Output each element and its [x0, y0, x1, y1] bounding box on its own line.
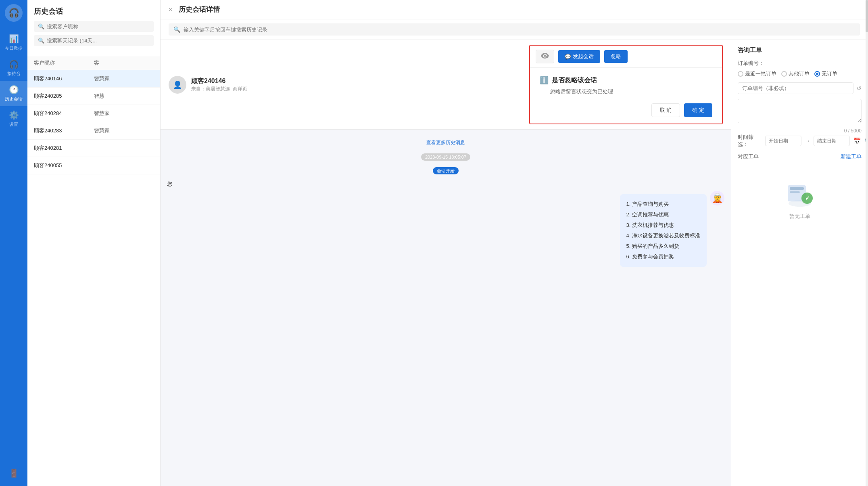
customer-row[interactable]: 顾客240283 智慧家 — [27, 122, 160, 140]
radio-other-order[interactable]: 其他订单 — [781, 70, 810, 78]
logo-icon: 🎧 — [8, 8, 19, 18]
detail-search-input[interactable] — [184, 27, 855, 33]
customer-detail-from: 来自：美居智慧选–商详页 — [191, 86, 524, 92]
sidebar: 🎧 📊 今日数据 🎧 接待台 🕐 历史会话 ⚙️ 设置 🚪 — [0, 0, 27, 486]
suggestion-item[interactable]: 3. 洗衣机推荐与优惠 — [626, 220, 700, 230]
sidebar-item-logout[interactable]: 🚪 — [9, 464, 19, 482]
more-history-link[interactable]: 查看更多历史消息 — [167, 136, 724, 149]
scrollbar-track[interactable] — [866, 40, 868, 486]
customer-info-bar: 👤 顾客240146 来自：美居智慧选–商详页 — [161, 40, 731, 130]
empty-label: 暂无工单 — [789, 213, 810, 220]
settings-icon: ⚙️ — [9, 110, 19, 120]
search-icon: 🔍 — [173, 26, 180, 33]
customer-name: 顾客240055 — [34, 162, 94, 169]
empty-state: ✓ 暂无工单 — [738, 165, 862, 236]
sidebar-item-label: 接待台 — [7, 71, 21, 77]
new-workorder-button[interactable]: 新建工单 — [841, 153, 862, 160]
radio-dot — [738, 71, 743, 77]
customer-shop: 智慧家 — [94, 75, 154, 82]
bot-message-row: 1. 产品查询与购买 2. 空调推荐与优惠 3. 洗衣机推荐与优惠 4. 净水设… — [167, 191, 724, 270]
suggestion-item[interactable]: 4. 净水设备更换滤芯及收费标准 — [626, 230, 700, 241]
today-icon: 📊 — [9, 34, 19, 44]
sidebar-item-history[interactable]: 🕐 历史会话 — [0, 81, 27, 106]
customer-row[interactable]: 顾客240281 — [27, 140, 160, 157]
avatar: 👤 — [169, 76, 186, 94]
customer-row[interactable]: 顾客240285 智慧 — [27, 88, 160, 105]
confirm-description: 忽略后留言状态变为已处理 — [550, 88, 712, 95]
radio-no-order[interactable]: 无订单 — [814, 70, 837, 78]
app-logo: 🎧 — [5, 4, 23, 22]
close-button[interactable]: × — [169, 6, 172, 13]
svg-rect-3 — [790, 187, 804, 190]
confirm-dialog: ℹ️ 是否忽略该会话 忽略后留言状态变为已处理 取 消 确 定 — [530, 68, 722, 124]
info-icon: ℹ️ — [540, 76, 549, 85]
customer-name: 顾客240146 — [34, 75, 94, 82]
textarea-row — [738, 99, 862, 123]
arrow-icon: → — [805, 138, 810, 144]
search-customer-input[interactable] — [47, 23, 150, 29]
customer-row[interactable]: 顾客240146 智慧家 — [27, 70, 160, 88]
date-badge: 2023-09-15 18:05:07 — [167, 153, 724, 160]
sidebar-item-settings[interactable]: ⚙️ 设置 — [0, 106, 27, 132]
confirm-button[interactable]: 确 定 — [684, 103, 712, 117]
sidebar-item-label: 今日数据 — [5, 45, 23, 51]
suggestion-item[interactable]: 2. 空调推荐与优惠 — [626, 209, 700, 220]
customer-name: 顾客240283 — [34, 127, 94, 134]
svg-rect-4 — [790, 191, 800, 193]
message-row: 您 — [167, 180, 724, 188]
right-panel-title: 咨询工单 — [738, 46, 862, 54]
search-customer-box[interactable]: 🔍 — [34, 21, 154, 32]
search-chat-icon: 🔍 — [38, 38, 44, 44]
radio-dot-selected — [814, 71, 820, 77]
svg-text:✓: ✓ — [805, 195, 810, 201]
suggestion-box: 1. 产品查询与购买 2. 空调推荐与优惠 3. 洗衣机推荐与优惠 4. 净水设… — [620, 194, 707, 267]
customer-detail-name: 顾客240146 — [191, 77, 524, 86]
message-text: 您 — [167, 181, 172, 187]
chat-area: 👤 顾客240146 来自：美居智慧选–商详页 — [161, 40, 868, 486]
search-chat-input[interactable] — [47, 38, 150, 44]
sidebar-item-today[interactable]: 📊 今日数据 — [0, 30, 27, 55]
search-chat-box[interactable]: 🔍 — [34, 35, 154, 46]
customer-name: 顾客240284 — [34, 110, 94, 117]
suggestion-item[interactable]: 5. 购买的产品多久到货 — [626, 241, 700, 251]
workorder-row: 对应工单 新建工单 — [738, 153, 862, 160]
modal-container: 💬 发起会话 忽略 ℹ️ 是否忽略该会话 — [529, 45, 723, 124]
calendar-button[interactable]: 📅 — [853, 137, 861, 145]
customer-row[interactable]: 顾客240284 智慧家 — [27, 105, 160, 122]
end-date-input[interactable] — [814, 136, 850, 146]
radio-last-order[interactable]: 最近一笔订单 — [738, 70, 776, 78]
radio-group: 最近一笔订单 其他订单 无订单 — [738, 70, 837, 78]
order-number-row: 订单编号： 最近一笔订单 其他订单 无订单 — [738, 60, 862, 78]
refresh-button[interactable]: ↺ — [857, 85, 862, 92]
detail-panel: × 历史会话详情 🔍 👤 顾客240146 来自：美居智慧选–商详页 — [161, 0, 868, 486]
session-badge: 会话开始 — [167, 167, 724, 174]
order-number-input[interactable] — [738, 82, 853, 94]
sidebar-item-label: 历史会话 — [5, 96, 23, 102]
detail-header: × 历史会话详情 — [161, 0, 868, 19]
start-chat-button[interactable]: 💬 发起会话 — [558, 50, 600, 63]
customer-row[interactable]: 顾客240055 — [27, 157, 160, 174]
note-textarea[interactable] — [738, 99, 862, 123]
order-input-row: ↺ — [738, 82, 862, 94]
customer-detail-info: 顾客240146 来自：美居智慧选–商详页 — [191, 77, 524, 92]
eye-button[interactable] — [536, 50, 554, 63]
cancel-button[interactable]: 取 消 — [651, 103, 680, 117]
left-panel: 历史会话 🔍 🔍 客户昵称 客 顾客240146 智慧家 顾客240285 智慧… — [27, 0, 161, 486]
detail-search-inner[interactable]: 🔍 — [169, 23, 860, 36]
start-date-input[interactable] — [765, 136, 801, 146]
table-header: 客户昵称 客 — [27, 56, 160, 70]
sidebar-item-reception[interactable]: 🎧 接待台 — [0, 55, 27, 81]
order-label: 订单编号： — [738, 60, 764, 67]
suggestion-item[interactable]: 6. 免费参与会员抽奖 — [626, 251, 700, 262]
main-content: × 历史会话详情 🔍 👤 顾客240146 来自：美居智慧选–商详页 — [161, 0, 868, 486]
search-icon: 🔍 — [38, 23, 44, 29]
bot-avatar: 🧝 — [710, 191, 724, 205]
ignore-button[interactable]: 忽略 — [604, 50, 628, 63]
reception-icon: 🎧 — [9, 59, 19, 69]
customer-name: 顾客240285 — [34, 92, 94, 100]
sidebar-item-label: 设置 — [9, 122, 18, 128]
suggestion-item[interactable]: 1. 产品查询与购买 — [626, 199, 700, 209]
time-filter-label: 时间筛选： — [738, 134, 762, 148]
workorder-label: 对应工单 — [738, 153, 759, 160]
customer-name: 顾客240281 — [34, 145, 94, 152]
